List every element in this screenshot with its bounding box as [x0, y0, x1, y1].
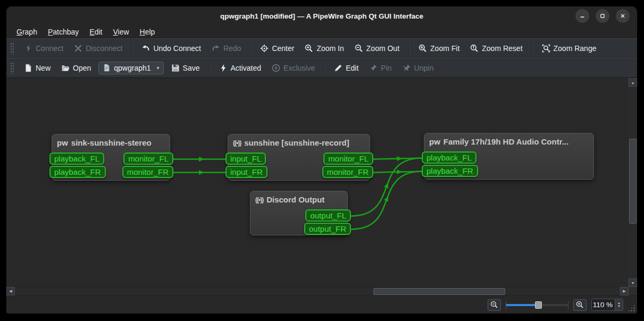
exclusive-button[interactable]: Exclusive	[267, 62, 319, 74]
button-label: Zoom Range	[554, 44, 597, 53]
new-button[interactable]: New	[20, 62, 55, 74]
close-button[interactable]	[616, 9, 630, 23]
toolbar-grip[interactable]	[10, 43, 14, 54]
center-icon	[260, 44, 269, 53]
connection-arrow	[384, 195, 390, 201]
horizontal-scroll-handle[interactable]	[373, 288, 505, 295]
center-button[interactable]: Center	[256, 42, 298, 55]
toolbar-separator	[408, 42, 409, 55]
undo-connect-button[interactable]: Undo Connect	[137, 42, 205, 55]
right-arrow-icon: ▶	[623, 289, 625, 293]
scrollbar-corner	[629, 287, 637, 295]
patchbay-toolbar: NewOpenqpwgraph1▾SaveActivatedExclusiveE…	[6, 58, 637, 78]
up-arrow-icon: ▲	[631, 81, 635, 85]
slider-handle[interactable]	[535, 301, 542, 309]
pin-button[interactable]: Pin	[365, 62, 396, 74]
exclusive-icon	[272, 64, 280, 72]
patchbay-file-icon	[103, 64, 111, 72]
window-controls	[575, 9, 637, 23]
zoom-in-button[interactable]: Zoom In	[300, 42, 348, 55]
combobox-value: qpwgraph1	[114, 64, 150, 72]
horizontal-scroll-track[interactable]	[15, 287, 620, 295]
new-icon	[24, 64, 32, 72]
zoom-out-icon	[490, 301, 498, 309]
toolbar-separator	[209, 62, 210, 74]
horizontal-scrollbar[interactable]: ◀ ▶	[6, 287, 637, 295]
toolbar-separator	[131, 42, 132, 55]
zoom-reset-icon	[470, 44, 479, 53]
spin-down-button[interactable]: ▼	[617, 305, 621, 308]
activated-button[interactable]: Activated	[215, 62, 266, 74]
scroll-left-button[interactable]: ◀	[6, 287, 15, 295]
menu-patchbay[interactable]: Patchbay	[43, 27, 83, 37]
button-label: Undo Connect	[153, 44, 201, 53]
zoom-fit-button[interactable]: Zoom Fit	[414, 42, 464, 55]
patchbay-combobox[interactable]: qpwgraph1▾	[98, 62, 163, 74]
zoom-fit-icon	[419, 44, 427, 53]
button-label: New	[36, 64, 51, 72]
zoom-in-icon	[305, 44, 313, 53]
scroll-right-button[interactable]: ▶	[620, 287, 629, 295]
connect-icon	[24, 44, 32, 53]
zoom-reset-button[interactable]: Zoom Reset	[466, 42, 526, 55]
zoom-range-button[interactable]: Zoom Range	[538, 42, 601, 55]
vertical-scroll-track[interactable]	[629, 87, 637, 278]
zoom-spinbox[interactable]: 110 % ▲ ▼	[591, 299, 623, 311]
button-label: Edit	[346, 64, 358, 72]
graph-canvas[interactable]: pwsink-sunshine-stereoplayback_FLplaybac…	[6, 78, 629, 287]
left-arrow-icon: ◀	[9, 289, 12, 293]
minimize-icon	[579, 12, 586, 20]
button-label: Center	[272, 44, 294, 53]
window-title: qpwgraph1 [modified] — A PipeWire Graph …	[6, 12, 637, 20]
redo-icon	[212, 44, 220, 53]
connections-layer	[6, 78, 629, 287]
disconnect-icon	[74, 44, 82, 53]
edit-icon	[334, 64, 342, 72]
zoom-in-button[interactable]	[573, 299, 587, 311]
vertical-scrollbar[interactable]: ▲ ▼	[629, 78, 637, 287]
connect-button[interactable]: Connect	[20, 42, 68, 55]
zoom-out-button[interactable]: Zoom Out	[350, 42, 404, 55]
vertical-scroll-handle[interactable]	[629, 139, 637, 224]
connection-arrow	[397, 156, 402, 161]
menu-view[interactable]: View	[108, 27, 133, 37]
zoom-out-button[interactable]	[488, 299, 501, 311]
scroll-up-button[interactable]: ▲	[629, 78, 637, 87]
pin-icon	[369, 64, 378, 72]
open-button[interactable]: Open	[57, 62, 95, 74]
edit-button[interactable]: Edit	[330, 62, 363, 74]
zoom-slider[interactable]	[506, 300, 568, 310]
unpin-button[interactable]: Unpin	[398, 62, 438, 74]
zoom-range-icon	[542, 44, 550, 53]
button-label: Open	[73, 64, 91, 72]
save-button[interactable]: Save	[167, 62, 204, 74]
zoom-value[interactable]: 110 %	[592, 301, 615, 309]
activated-icon	[219, 64, 228, 72]
toolbar-separator	[324, 62, 325, 74]
connection-arrow	[199, 157, 204, 162]
button-label: Connect	[36, 44, 63, 53]
menu-graph[interactable]: Graph	[12, 27, 42, 37]
button-label: Zoom Fit	[430, 44, 459, 53]
slider-fill	[506, 304, 538, 306]
toolbar-grip[interactable]	[10, 62, 14, 74]
zoom-in-icon	[576, 301, 584, 309]
button-label: Exclusive	[283, 64, 315, 72]
button-label: Disconnect	[86, 44, 122, 53]
scroll-down-button[interactable]: ▼	[629, 278, 637, 287]
open-icon	[61, 64, 70, 72]
connection-arrow	[199, 170, 204, 175]
toolbar-separator	[532, 42, 533, 55]
redo-button[interactable]: Redo	[207, 42, 245, 55]
menu-edit[interactable]: Edit	[85, 27, 107, 37]
disconnect-button[interactable]: Disconnect	[70, 42, 127, 55]
minimize-button[interactable]	[575, 9, 589, 23]
titlebar[interactable]: qpwgraph1 [modified] — A PipeWire Graph …	[6, 6, 637, 26]
screen: qpwgraph1 [modified] — A PipeWire Graph …	[0, 0, 644, 321]
button-label: Pin	[381, 64, 391, 72]
spin-buttons: ▲ ▼	[615, 299, 623, 310]
maximize-button[interactable]	[596, 9, 609, 23]
button-label: Zoom Out	[366, 44, 399, 53]
menu-help[interactable]: Help	[135, 27, 160, 37]
unpin-icon	[403, 64, 411, 72]
